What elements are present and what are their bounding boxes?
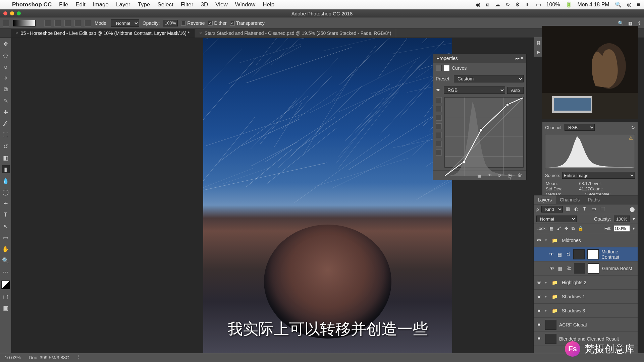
stamp-tool-icon[interactable]: ⛶: [2, 131, 10, 139]
path-tool-icon[interactable]: ↖: [2, 222, 10, 230]
channel-select[interactable]: RGB: [444, 86, 505, 94]
filter-type-icon[interactable]: T: [583, 206, 589, 212]
crop-tool-icon[interactable]: ⧉: [2, 85, 10, 94]
chevron-icon[interactable]: ▸: [545, 280, 549, 285]
blend-mode-select[interactable]: Normal: [536, 216, 577, 222]
gradient-preview[interactable]: [13, 20, 36, 26]
filter-kind-select[interactable]: Kind: [541, 206, 563, 213]
history-brush-icon[interactable]: ↺: [2, 142, 10, 150]
notif-icon[interactable]: ≡: [637, 2, 640, 8]
black-point-icon[interactable]: [436, 123, 442, 129]
reverse-check[interactable]: Reverse: [181, 20, 205, 26]
tab-channels[interactable]: Channels: [556, 195, 584, 204]
clip-to-layer-icon[interactable]: ▣: [477, 173, 483, 178]
screenmode-icon[interactable]: ▣: [2, 304, 10, 312]
chevron-down-icon[interactable]: ▾: [633, 226, 635, 231]
visibility-icon[interactable]: 👁: [536, 237, 542, 243]
layer-row[interactable]: 👁▸📁Highlights 2: [534, 276, 638, 290]
menu-layer[interactable]: Layer: [116, 1, 130, 8]
diamond-gradient-icon[interactable]: [85, 20, 91, 26]
chevron-icon[interactable]: ▾: [545, 238, 549, 242]
filter-pixel-icon[interactable]: ▦: [566, 206, 572, 212]
mode-select[interactable]: Normal: [111, 19, 139, 27]
doc-size[interactable]: Doc: 399.5M/3.88G: [29, 355, 69, 360]
gradient-tool-icon[interactable]: [3, 20, 9, 26]
filter-shape-icon[interactable]: ▭: [592, 206, 598, 212]
type-tool-icon[interactable]: T: [2, 211, 10, 219]
menu-select[interactable]: Select: [157, 1, 173, 8]
fill-input[interactable]: [614, 225, 630, 232]
radial-gradient-icon[interactable]: [54, 20, 61, 26]
panel-icon[interactable]: ▦: [536, 40, 541, 45]
opacity-input[interactable]: [163, 20, 178, 26]
siri-icon[interactable]: ◎: [627, 1, 632, 8]
share-icon[interactable]: ⇪: [637, 20, 641, 26]
doc-tab-1[interactable]: × 05 - Horseshoe Bend - Live Edit.psb @ …: [11, 29, 195, 38]
auto-button[interactable]: Auto: [507, 87, 524, 94]
menu-window[interactable]: Window: [235, 1, 255, 8]
target-adj-icon[interactable]: ☚: [436, 87, 442, 93]
white-point-icon[interactable]: [436, 106, 442, 112]
eyedropper-tool-icon[interactable]: ✎: [2, 97, 10, 105]
menu-type[interactable]: Type: [138, 1, 150, 8]
layer-row[interactable]: 👁▦⛓Gamma Boost: [534, 261, 638, 276]
lock-nest-icon[interactable]: ⧉: [572, 226, 575, 231]
collapse-icon[interactable]: ▸▸ ≡: [516, 56, 523, 61]
curves-graph[interactable]: [444, 97, 524, 168]
chevron-down-icon[interactable]: ▾: [633, 216, 635, 222]
menu-3d[interactable]: 3D: [201, 1, 208, 8]
tab-paths[interactable]: Paths: [584, 195, 604, 204]
clip-icon[interactable]: [436, 149, 442, 156]
hand-tool-icon[interactable]: ✋: [2, 245, 10, 253]
close-icon[interactable]: [3, 11, 7, 15]
lock-pos-icon[interactable]: ✥: [565, 226, 568, 231]
app-name[interactable]: Photoshop CC: [12, 1, 52, 8]
menu-image[interactable]: Image: [93, 1, 109, 8]
menu-help[interactable]: Help: [263, 1, 274, 8]
blur-tool-icon[interactable]: 💧: [2, 177, 10, 185]
lock-trans-icon[interactable]: ▦: [549, 226, 553, 231]
smooth-icon[interactable]: [436, 132, 442, 138]
dither-check[interactable]: ✓Dither: [208, 20, 226, 26]
visibility-icon[interactable]: 👁: [548, 251, 555, 257]
search-icon[interactable]: 🔍: [618, 20, 624, 26]
histogram-graph[interactable]: [545, 134, 635, 169]
menu-view[interactable]: View: [215, 1, 228, 8]
chevron-icon[interactable]: ▸: [545, 294, 549, 299]
chevron-icon[interactable]: ▸: [545, 308, 549, 313]
refresh-icon[interactable]: ↻: [631, 125, 635, 130]
lasso-tool-icon[interactable]: ʋ: [2, 63, 10, 71]
spotlight-icon[interactable]: 🔍: [615, 1, 622, 8]
wand-tool-icon[interactable]: ✧: [2, 74, 10, 82]
zoom-value[interactable]: 10.03%: [5, 355, 20, 360]
layer-opacity-input[interactable]: [614, 216, 630, 222]
eraser-tool-icon[interactable]: ◧: [2, 154, 10, 162]
more-icon[interactable]: ⋯: [2, 268, 10, 276]
filter-toggle-icon[interactable]: ⬤: [630, 206, 635, 212]
dodge-tool-icon[interactable]: ◯: [2, 188, 10, 196]
reflected-gradient-icon[interactable]: [74, 20, 81, 26]
lock-all-icon[interactable]: 🔒: [578, 226, 583, 231]
layer-row[interactable]: 👁▦⛓Midtone Contrast: [534, 247, 638, 261]
healing-tool-icon[interactable]: ✚: [2, 108, 10, 116]
marquee-tool-icon[interactable]: ◌: [2, 51, 10, 59]
pencil-icon[interactable]: [436, 141, 442, 147]
fg-bg-swatch[interactable]: [1, 281, 10, 289]
lock-paint-icon[interactable]: 🖌: [557, 226, 561, 231]
transparency-check[interactable]: ✓Transparency: [230, 20, 265, 26]
tab-layers[interactable]: Layers: [534, 195, 556, 204]
filter-adj-icon[interactable]: ◐: [574, 206, 580, 212]
prev-state-icon[interactable]: 👁: [487, 173, 493, 178]
shape-tool-icon[interactable]: ▭: [2, 234, 10, 242]
menu-filter[interactable]: Filter: [181, 1, 194, 8]
visibility-icon[interactable]: 👁: [536, 322, 542, 327]
histo-channel-select[interactable]: RGB: [565, 124, 595, 131]
panel-dock-handle[interactable]: ▦ ▶: [534, 37, 543, 57]
chevron-right-icon[interactable]: 〉: [77, 355, 82, 361]
visibility-icon[interactable]: 👁: [536, 280, 542, 285]
play-icon[interactable]: ▶: [537, 49, 540, 55]
sampler-icon[interactable]: [436, 97, 442, 103]
menu-file[interactable]: File: [59, 1, 68, 8]
close-tab-icon[interactable]: ×: [15, 31, 18, 36]
filter-smart-icon[interactable]: ⬚: [600, 206, 606, 212]
